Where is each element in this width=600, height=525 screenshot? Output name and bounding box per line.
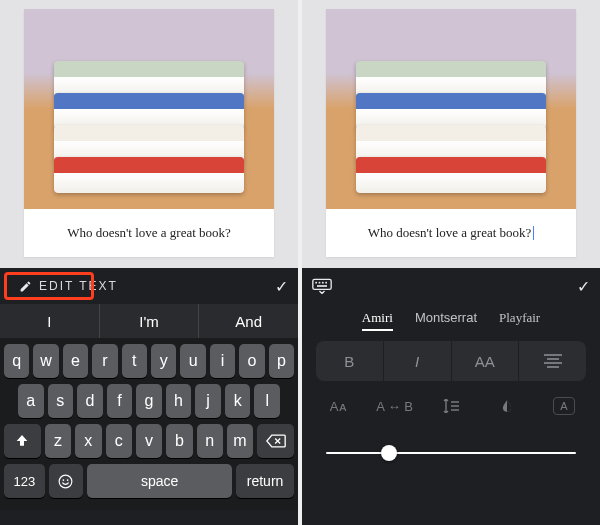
svg-rect-5 (319, 282, 321, 284)
key-e[interactable]: e (63, 344, 88, 378)
key-l[interactable]: l (254, 384, 280, 418)
suggestion-2[interactable]: And (199, 304, 298, 338)
suggestion-0[interactable]: I (0, 304, 100, 338)
key-s[interactable]: s (48, 384, 74, 418)
shift-key[interactable] (4, 424, 41, 458)
confirm-button[interactable]: ✓ (577, 277, 590, 296)
confirm-button[interactable]: ✓ (275, 277, 288, 296)
key-b[interactable]: b (166, 424, 192, 458)
kerning-button[interactable]: A ↔ B (372, 391, 416, 421)
edit-text-button[interactable]: EDIT TEXT (10, 274, 127, 298)
align-button[interactable] (519, 341, 586, 381)
space-key[interactable]: space (87, 464, 232, 498)
key-y[interactable]: y (151, 344, 176, 378)
right-pane: Who doesn't love a great book? ✓ Amiri M… (302, 0, 600, 525)
canvas-right: Who doesn't love a great book? (302, 0, 600, 268)
suggestion-1[interactable]: I'm (100, 304, 200, 338)
line-height-button[interactable] (429, 391, 473, 421)
key-j[interactable]: j (195, 384, 221, 418)
key-f[interactable]: f (107, 384, 133, 418)
canvas-left: Who doesn't love a great book? (0, 0, 298, 268)
key-z[interactable]: z (45, 424, 71, 458)
backspace-key[interactable] (257, 424, 294, 458)
key-n[interactable]: n (197, 424, 223, 458)
advanced-row: Aᴀ A ↔ B A (316, 391, 586, 421)
edit-text-label: EDIT TEXT (39, 279, 118, 293)
emoji-key[interactable] (49, 464, 84, 498)
caps-button[interactable]: AA (452, 341, 520, 381)
key-i[interactable]: i (210, 344, 235, 378)
svg-point-0 (60, 475, 73, 488)
svg-rect-6 (322, 282, 324, 284)
droplet-icon (500, 399, 514, 413)
numbers-key[interactable]: 123 (4, 464, 45, 498)
text-style-panel: ✓ Amiri Montserrat Playfair B I AA Aᴀ A … (302, 268, 600, 525)
key-h[interactable]: h (166, 384, 192, 418)
key-p[interactable]: p (269, 344, 294, 378)
font-picker: Amiri Montserrat Playfair (302, 304, 600, 341)
key-k[interactable]: k (225, 384, 251, 418)
svg-rect-4 (315, 282, 317, 284)
text-size-button[interactable]: Aᴀ (316, 391, 360, 421)
svg-rect-3 (313, 279, 331, 289)
font-amiri[interactable]: Amiri (362, 310, 393, 331)
photo-books (326, 9, 576, 209)
key-q[interactable]: q (4, 344, 29, 378)
emoji-icon (57, 473, 74, 490)
key-d[interactable]: d (77, 384, 103, 418)
keyboard-hide-icon (312, 278, 332, 294)
svg-rect-7 (325, 282, 327, 284)
key-v[interactable]: v (136, 424, 162, 458)
line-height-icon (443, 399, 459, 413)
key-c[interactable]: c (106, 424, 132, 458)
font-montserrat[interactable]: Montserrat (415, 310, 477, 331)
hide-keyboard-button[interactable] (312, 278, 332, 294)
backspace-icon (266, 434, 286, 448)
key-x[interactable]: x (75, 424, 101, 458)
key-a[interactable]: a (18, 384, 44, 418)
align-icon (544, 354, 562, 368)
keyboard: qwertyuiop asdfghjkl zxcvbnm 123 space r… (0, 338, 298, 510)
key-t[interactable]: t (122, 344, 147, 378)
design-card[interactable]: Who doesn't love a great book? (24, 9, 274, 257)
slider-track (326, 452, 576, 454)
left-pane: Who doesn't love a great book? EDIT TEXT… (0, 0, 298, 525)
text-box-button[interactable]: A (542, 391, 586, 421)
design-card[interactable]: Who doesn't love a great book? (326, 9, 576, 257)
key-w[interactable]: w (33, 344, 58, 378)
photo-books (24, 9, 274, 209)
key-g[interactable]: g (136, 384, 162, 418)
svg-point-2 (67, 479, 69, 481)
color-button[interactable] (485, 391, 529, 421)
suggestion-bar: I I'm And (0, 304, 298, 338)
key-m[interactable]: m (227, 424, 253, 458)
font-playfair[interactable]: Playfair (499, 310, 540, 331)
italic-button[interactable]: I (384, 341, 452, 381)
pencil-icon (19, 280, 32, 293)
shift-icon (14, 433, 30, 449)
slider-thumb[interactable] (381, 445, 397, 461)
caption-text[interactable]: Who doesn't love a great book? (326, 209, 576, 257)
svg-point-1 (63, 479, 65, 481)
caption-text[interactable]: Who doesn't love a great book? (24, 209, 274, 257)
key-u[interactable]: u (180, 344, 205, 378)
return-key[interactable]: return (236, 464, 294, 498)
key-o[interactable]: o (239, 344, 264, 378)
svg-rect-8 (317, 285, 327, 287)
size-slider[interactable] (326, 443, 576, 463)
bold-button[interactable]: B (316, 341, 384, 381)
key-r[interactable]: r (92, 344, 117, 378)
keyboard-panel: EDIT TEXT ✓ I I'm And qwertyuiop asdfghj… (0, 268, 298, 525)
style-row: B I AA (316, 341, 586, 381)
